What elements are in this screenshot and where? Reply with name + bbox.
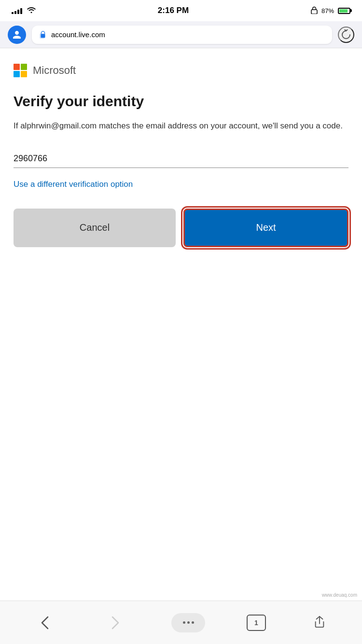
dot-1 [183, 621, 185, 624]
tab-count-button[interactable]: 1 [247, 615, 266, 631]
tab-count-label: 1 [254, 619, 258, 627]
page-title: Verify your identity [14, 93, 348, 110]
status-bar: 2:16 PM 87% [0, 0, 362, 21]
ms-grid-icon [14, 64, 27, 77]
code-input-section [14, 150, 348, 168]
page-description: If alphrwin@gmail.com matches the email … [14, 120, 348, 132]
secure-lock-icon [39, 30, 47, 39]
lock-icon [311, 6, 318, 15]
back-button[interactable] [30, 611, 59, 635]
microsoft-name: Microsoft [33, 64, 76, 77]
url-text: account.live.com [51, 30, 325, 39]
action-buttons: Cancel Next [14, 209, 348, 247]
verification-code-input[interactable] [14, 150, 348, 168]
dot-2 [187, 621, 190, 624]
battery-icon [338, 8, 350, 14]
reload-button[interactable] [338, 27, 354, 43]
watermark: www.deuaq.com [322, 592, 357, 598]
status-left [12, 6, 36, 15]
status-time: 2:16 PM [158, 6, 189, 15]
svg-rect-2 [41, 34, 45, 38]
ms-square-red [14, 64, 20, 70]
next-button[interactable]: Next [183, 209, 348, 247]
dot-3 [192, 621, 194, 624]
microsoft-logo: Microsoft [14, 64, 348, 77]
forward-button[interactable] [101, 611, 130, 635]
main-content: Microsoft Verify your identity If alphrw… [0, 48, 362, 601]
ms-square-yellow [21, 71, 27, 77]
share-icon [313, 616, 326, 630]
different-verification-link[interactable]: Use a different verification option [14, 180, 348, 189]
browser-bar: account.live.com [0, 21, 362, 48]
battery-percentage: 87% [321, 7, 334, 14]
share-button[interactable] [307, 611, 332, 635]
more-options-button[interactable] [171, 613, 205, 632]
address-bar[interactable]: account.live.com [32, 26, 332, 44]
ms-square-blue [14, 71, 20, 77]
cancel-button[interactable]: Cancel [14, 209, 176, 247]
svg-rect-0 [311, 10, 317, 14]
signal-bars-icon [12, 7, 22, 14]
profile-avatar[interactable] [8, 26, 26, 44]
wifi-icon [27, 6, 36, 15]
status-right: 87% [311, 6, 350, 15]
ms-square-green [21, 64, 27, 70]
bottom-nav: 1 [0, 601, 362, 644]
